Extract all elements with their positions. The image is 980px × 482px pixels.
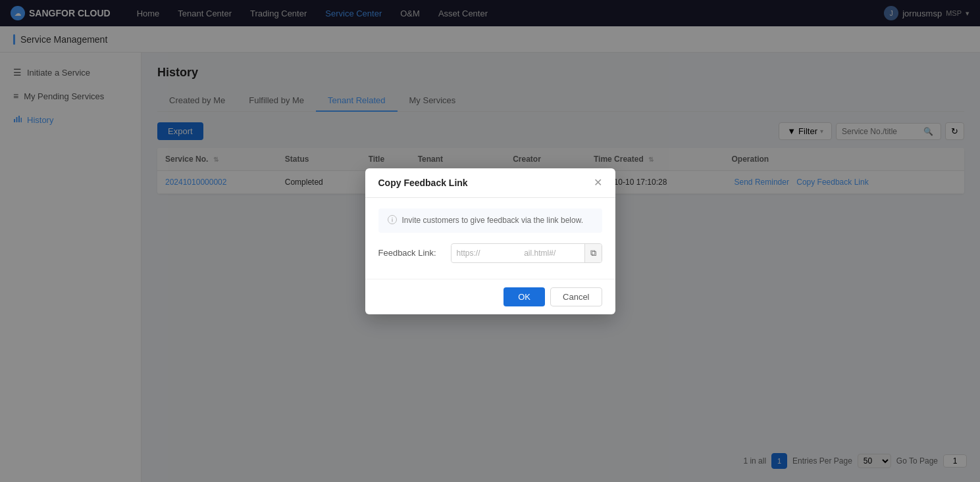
modal-header: Copy Feedback Link ✕ <box>365 168 615 198</box>
svg-rect-6 <box>392 219 392 222</box>
modal-body: Invite customers to give feedback via th… <box>365 198 615 279</box>
modal-cancel-button[interactable]: Cancel <box>550 287 602 306</box>
svg-point-5 <box>392 217 393 218</box>
modal-title: Copy Feedback Link <box>378 178 468 188</box>
modal-close-button[interactable]: ✕ <box>594 178 602 188</box>
modal-field-feedback-link: Feedback Link: ⧉ <box>378 243 602 263</box>
modal-field-label: Feedback Link: <box>378 248 444 258</box>
modal-overlay: Copy Feedback Link ✕ Invite customers to… <box>0 0 980 482</box>
feedback-link-input[interactable] <box>451 245 584 262</box>
modal-input-wrap: ⧉ <box>451 243 602 263</box>
copy-icon-button[interactable]: ⧉ <box>584 244 602 262</box>
info-icon <box>388 215 397 226</box>
modal-info-box: Invite customers to give feedback via th… <box>378 208 602 233</box>
modal-footer: OK Cancel <box>365 279 615 314</box>
modal-info-text: Invite customers to give feedback via th… <box>402 216 583 225</box>
copy-feedback-modal: Copy Feedback Link ✕ Invite customers to… <box>365 168 615 314</box>
modal-ok-button[interactable]: OK <box>503 287 545 306</box>
